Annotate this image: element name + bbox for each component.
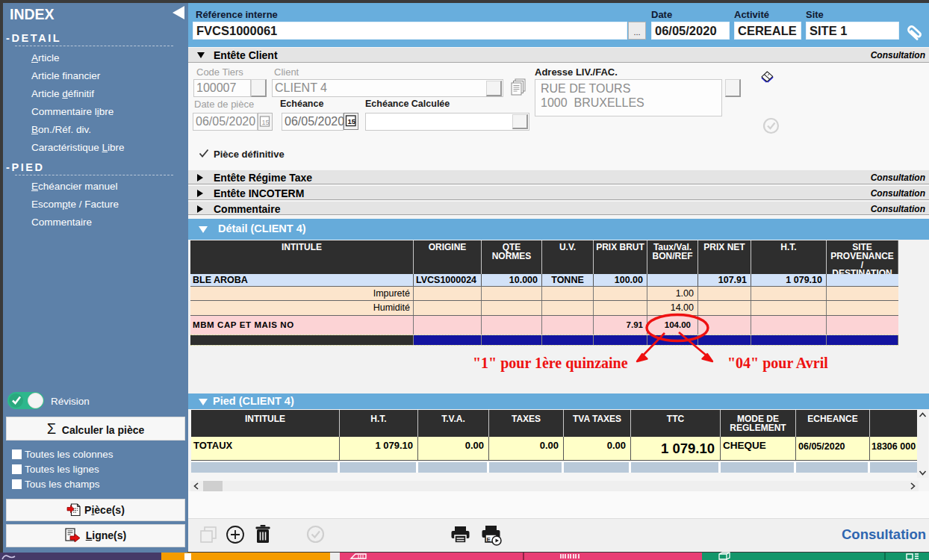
svg-text:15: 15 — [262, 119, 270, 126]
svg-text:15: 15 — [348, 117, 356, 125]
svg-text:E: E — [487, 536, 491, 543]
